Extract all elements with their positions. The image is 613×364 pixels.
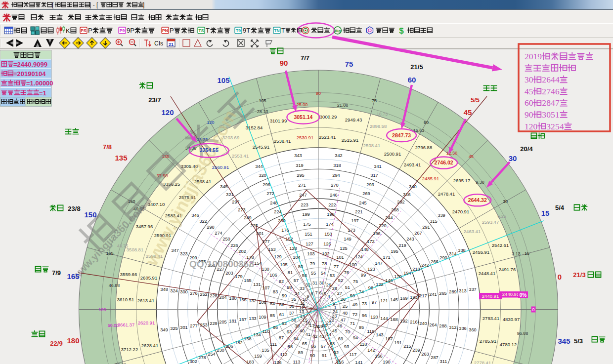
svg-text:P: P (88, 27, 92, 34)
svg-text:287: 287 (431, 355, 438, 360)
svg-text:101: 101 (336, 255, 344, 260)
svg-text:274: 274 (215, 231, 222, 236)
svg-text:221: 221 (355, 209, 363, 214)
svg-text:349: 349 (160, 327, 168, 332)
svg-text:60: 60 (424, 120, 429, 125)
svg-text:225: 225 (250, 223, 258, 228)
svg-text:40: 40 (300, 328, 305, 333)
svg-text:31: 31 (312, 281, 317, 285)
svg-text:240: 240 (419, 321, 427, 326)
svg-text:5: 5 (555, 121, 560, 131)
svg-text:$: $ (399, 26, 404, 36)
svg-text:76: 76 (344, 270, 349, 275)
svg-text:277: 277 (190, 324, 198, 328)
svg-text:172: 172 (367, 239, 375, 244)
svg-text:173: 173 (348, 228, 355, 233)
svg-text:131: 131 (253, 282, 261, 287)
svg-text:7/7: 7/7 (301, 54, 309, 62)
svg-text:23/8: 23/8 (68, 205, 80, 212)
svg-text:69: 69 (338, 336, 343, 341)
svg-text:2493.41: 2493.41 (404, 162, 421, 167)
svg-text:59: 59 (282, 293, 287, 298)
svg-text:73: 73 (362, 301, 367, 306)
svg-text:42: 42 (312, 334, 317, 339)
svg-text:346: 346 (191, 213, 199, 218)
svg-text:127: 127 (306, 242, 313, 246)
svg-text:TS: TS (199, 28, 204, 33)
svg-text:2793.41: 2793.41 (482, 316, 499, 321)
svg-text:201: 201 (256, 231, 264, 236)
svg-text:180: 180 (229, 296, 237, 301)
svg-text:122: 122 (376, 282, 384, 287)
svg-text:2515.91: 2515.91 (342, 137, 358, 143)
svg-text:325: 325 (170, 326, 178, 331)
svg-text:177: 177 (262, 239, 270, 244)
svg-text:135: 135 (115, 154, 127, 162)
svg-text:5/5: 5/5 (471, 96, 480, 104)
svg-text:18.75: 18.75 (377, 112, 388, 117)
svg-text:=2440.9099: =2440.9099 (13, 61, 47, 68)
svg-text:314: 314 (449, 251, 457, 256)
svg-text:263: 263 (421, 352, 429, 357)
svg-text:58: 58 (287, 285, 292, 290)
svg-text:4780.12: 4780.12 (500, 342, 517, 347)
svg-text:2448.41: 2448.41 (479, 271, 495, 276)
svg-text:83: 83 (273, 289, 278, 294)
svg-text:109: 109 (259, 315, 266, 320)
svg-text:220: 220 (379, 223, 387, 228)
svg-text:77: 77 (334, 264, 339, 269)
svg-text:2: 2 (542, 75, 546, 84)
svg-text:145: 145 (390, 297, 398, 302)
svg-text:2: 2 (333, 301, 335, 306)
svg-text:7: 7 (546, 86, 551, 96)
svg-text:264: 264 (429, 323, 437, 327)
svg-text:79: 79 (310, 261, 315, 266)
svg-text:75: 75 (372, 98, 377, 103)
svg-text:5/4: 5/4 (555, 204, 565, 211)
svg-text:3: 3 (330, 297, 333, 302)
svg-text:2847.73: 2847.73 (392, 132, 411, 138)
svg-text:148: 148 (361, 247, 369, 252)
svg-text:86: 86 (273, 325, 278, 330)
svg-text:340: 340 (409, 184, 417, 189)
svg-text:247: 247 (299, 193, 307, 198)
svg-text:2019: 2019 (525, 51, 542, 61)
svg-text:33: 33 (300, 286, 305, 291)
svg-text:28: 28 (332, 286, 337, 291)
svg-text:128: 128 (289, 246, 297, 251)
svg-text:43: 43 (319, 334, 324, 339)
svg-text:194: 194 (403, 271, 411, 276)
svg-text:0: 0 (558, 273, 562, 281)
svg-text:PN: PN (162, 28, 168, 33)
svg-text:61: 61 (279, 312, 284, 317)
svg-text:6.25: 6.25 (497, 214, 506, 219)
svg-text:3051.14: 3051.14 (294, 114, 312, 120)
svg-text:2628.41: 2628.41 (141, 343, 158, 348)
svg-text:63: 63 (287, 329, 292, 334)
svg-text:126: 126 (323, 242, 331, 246)
svg-text:97: 97 (372, 300, 377, 305)
svg-text:132: 132 (249, 298, 257, 303)
svg-text:317: 317 (370, 173, 378, 178)
svg-text:90: 90 (525, 110, 533, 120)
svg-text:216: 216 (410, 320, 418, 324)
svg-text:=20190104: =20190104 (13, 70, 46, 78)
svg-text:316: 316 (403, 192, 411, 197)
svg-text:336: 336 (459, 326, 467, 331)
svg-text:273: 273 (238, 207, 246, 212)
svg-text:8: 8 (310, 291, 313, 296)
svg-text:2463.41: 2463.41 (464, 229, 481, 234)
svg-text:324: 324 (170, 288, 178, 293)
svg-text:123: 123 (367, 267, 375, 272)
svg-text:270: 270 (331, 183, 339, 188)
svg-text:312: 312 (449, 325, 457, 330)
svg-text:9P: 9P (127, 27, 134, 34)
svg-text:2898.58: 2898.58 (370, 123, 387, 129)
svg-text:129: 129 (274, 254, 282, 259)
svg-text:2545.91: 2545.91 (253, 144, 269, 150)
svg-text:143: 143 (376, 332, 384, 337)
svg-text:102: 102 (322, 251, 330, 256)
svg-text:6: 6 (319, 290, 321, 295)
svg-text:152: 152 (285, 237, 293, 242)
svg-text:0%: 0% (520, 292, 527, 298)
